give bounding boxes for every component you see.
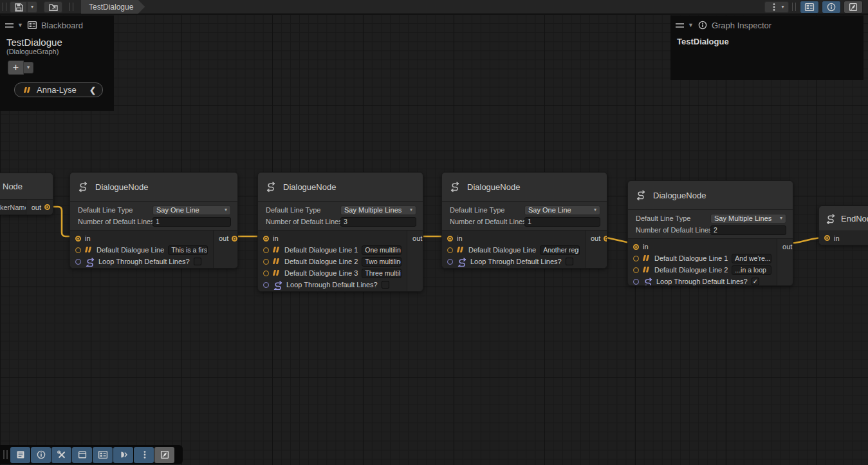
quill-toggle-button[interactable] <box>844 1 863 14</box>
chevron-left-icon[interactable]: ❮ <box>89 86 96 95</box>
loop-checkbox-checked[interactable]: ✓ <box>752 278 759 285</box>
dialogue-line-field[interactable]: ...in a loop <box>732 265 771 275</box>
num-lines-label: Number of Default Lines <box>266 218 340 225</box>
drag-handle-icon[interactable] <box>5 23 14 28</box>
save-button[interactable] <box>10 1 27 13</box>
start-node-partial[interactable]: Node kerName out <box>0 173 53 215</box>
blackboard-header[interactable]: ▼ Blackboard <box>0 15 114 33</box>
quote-icon <box>273 258 281 265</box>
num-lines-field[interactable]: 3 <box>340 217 416 227</box>
tools-button[interactable] <box>51 447 71 463</box>
dialogue-line-field[interactable]: This is a first <box>168 245 208 255</box>
dialogue-line-field[interactable]: Three multilin <box>362 269 402 278</box>
dialogue-play-button[interactable] <box>113 447 133 463</box>
dialogue-line-value: Another regu <box>543 246 580 254</box>
node-header[interactable]: EndNode <box>819 206 868 231</box>
loop-checkbox[interactable] <box>382 281 389 289</box>
out-port[interactable] <box>604 236 607 242</box>
in-port[interactable] <box>633 244 639 250</box>
in-port[interactable] <box>447 236 453 242</box>
line-type-dropdown[interactable]: Say Multiple Lines ▾ <box>340 205 416 215</box>
save-icon <box>14 2 24 12</box>
dialogue-node-1[interactable]: DialogueNode Default Line Type Say One L… <box>69 172 238 269</box>
loop-bool-port[interactable] <box>75 259 81 265</box>
loop-bool-port[interactable] <box>263 282 269 288</box>
node-header[interactable]: DialogueNode <box>70 173 237 201</box>
window-button[interactable] <box>72 447 92 463</box>
dialogue-line-port[interactable] <box>633 267 639 273</box>
quote-icon <box>273 270 281 276</box>
num-lines-field[interactable]: 1 <box>524 217 600 227</box>
dialogue-line-port[interactable] <box>263 270 269 276</box>
dialogue-line-value: This is a first <box>171 246 208 254</box>
blackboard-toggle-button[interactable] <box>800 1 819 14</box>
collapse-arrow-icon[interactable]: ▼ <box>688 23 694 28</box>
line-type-label: Default Line Type <box>636 214 710 222</box>
info-panel-button[interactable] <box>31 447 51 463</box>
blackboard-button[interactable] <box>93 447 113 463</box>
toolbar-drag-handle[interactable] <box>3 3 6 11</box>
node-header[interactable]: DialogueNode <box>628 181 793 209</box>
line-type-value: Say Multiple Lines <box>344 206 402 214</box>
drag-handle-icon[interactable] <box>676 23 684 28</box>
line-type-dropdown[interactable]: Say One Line ▾ <box>524 205 600 215</box>
graph-inspector-header[interactable]: ▼ Graph Inspector <box>670 15 863 33</box>
dialogue-node-3[interactable]: DialogueNode Default Line Type Say One L… <box>441 172 607 269</box>
window-icon <box>77 450 88 460</box>
dialogue-line-field[interactable]: Two multiline <box>362 257 402 267</box>
node-title: DialogueNode <box>653 191 706 200</box>
in-port[interactable] <box>75 236 81 242</box>
node-header[interactable]: Node <box>0 173 53 199</box>
node-header[interactable]: DialogueNode <box>442 173 607 201</box>
out-port[interactable] <box>44 204 50 210</box>
in-port-label: in <box>643 243 649 251</box>
dropdown-arrow-icon: ▾ <box>225 207 227 213</box>
quill-button[interactable] <box>154 447 174 463</box>
end-node[interactable]: EndNode in <box>818 205 868 245</box>
blackboard-icon <box>98 450 108 460</box>
dialogue-line-port[interactable] <box>447 247 453 253</box>
dialogue-line-field[interactable]: Another regu <box>540 245 580 255</box>
dialogue-line-port[interactable] <box>75 247 81 253</box>
graph-inspector-toggle-button[interactable] <box>822 1 841 14</box>
quote-icon <box>457 247 465 253</box>
loop-bool-port[interactable] <box>633 279 639 285</box>
blackboard-graph-name: TestDialogue <box>0 33 114 48</box>
dialogue-line-port[interactable] <box>263 247 269 253</box>
node-header[interactable]: DialogueNode <box>258 173 423 201</box>
num-lines-label: Number of Default Lines <box>450 218 524 225</box>
more-button[interactable] <box>134 447 154 463</box>
dialogue-line-field[interactable]: And we're... <box>732 254 771 263</box>
add-property-button[interactable]: + <box>8 61 24 75</box>
out-port[interactable] <box>232 236 237 242</box>
num-lines-label: Number of Default Lines <box>636 226 710 234</box>
line-type-dropdown[interactable]: Say Multiple Lines ▾ <box>710 214 786 223</box>
num-lines-field[interactable]: 1 <box>152 217 231 227</box>
dialogue-line-label: Default Dialogue Line 1 <box>284 246 358 254</box>
in-port[interactable] <box>263 236 269 242</box>
loop-checkbox[interactable] <box>194 258 201 265</box>
dialogue-line-port[interactable] <box>263 259 269 265</box>
more-options-button[interactable]: ▾ <box>764 1 789 13</box>
doc-list-button[interactable] <box>10 447 30 463</box>
in-port[interactable] <box>824 235 830 241</box>
dialogue-line-port[interactable] <box>633 256 639 261</box>
open-button[interactable] <box>44 1 62 13</box>
line-type-dropdown[interactable]: Say One Line ▾ <box>152 205 231 215</box>
collapse-arrow-icon[interactable]: ▼ <box>17 23 23 28</box>
dialogue-node-4[interactable]: DialogueNode Default Line Type Say Multi… <box>627 180 793 286</box>
dialogue-play-icon <box>118 450 129 460</box>
quill-icon <box>160 450 170 460</box>
loop-bool-port[interactable] <box>447 259 453 265</box>
dialogue-line-label: Default Dialogue Line 1 <box>654 254 728 262</box>
loop-checkbox[interactable] <box>566 258 573 265</box>
add-property-options-button[interactable]: ▾ <box>24 62 33 73</box>
blackboard-title: Blackboard <box>41 21 83 30</box>
drag-handle-icon[interactable] <box>3 450 8 459</box>
num-lines-field[interactable]: 2 <box>710 225 786 235</box>
blackboard-property-anna-lyse[interactable]: Anna-Lyse ❮ <box>14 82 103 97</box>
save-options-button[interactable]: ▾ <box>27 1 37 13</box>
dialogue-node-2[interactable]: DialogueNode Default Line Type Say Multi… <box>257 172 423 292</box>
breadcrumb-tab-testdialogue[interactable]: TestDialogue <box>81 0 145 14</box>
dialogue-line-field[interactable]: One multiline <box>362 245 402 255</box>
